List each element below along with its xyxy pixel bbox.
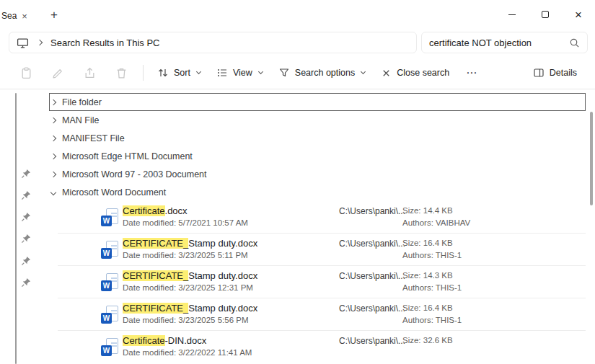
minimize-button[interactable] xyxy=(495,0,529,29)
search-icon[interactable] xyxy=(569,37,580,48)
chevron-right-icon xyxy=(50,171,56,177)
search-options-label: Search options xyxy=(295,68,355,78)
pin-icon xyxy=(21,190,32,200)
file-name: CERTIFICATE_Stamp duty.docx xyxy=(123,270,257,281)
breadcrumb-chevron-icon[interactable] xyxy=(37,40,43,45)
chevron-right-icon xyxy=(50,117,56,123)
file-date-modified: Date modified: 3/22/2022 11:41 AM xyxy=(123,348,252,357)
group-header-file-folder[interactable]: File folder xyxy=(49,93,586,111)
close-button[interactable]: × xyxy=(562,0,595,29)
file-size: Size: 14.3 KB xyxy=(402,271,453,280)
rename-button[interactable] xyxy=(42,61,74,84)
file-row[interactable]: W CERTIFICATE_Stamp duty.docx Date modif… xyxy=(43,234,586,266)
toolbar-separator xyxy=(143,65,144,81)
file-size: Size: 14.4 KB xyxy=(402,206,453,215)
chevron-right-icon xyxy=(50,99,56,105)
group-label: Microsoft Edge HTML Document xyxy=(62,151,193,161)
breadcrumb[interactable]: Search Results in This PC xyxy=(50,37,160,48)
file-row[interactable]: W Certificate-DIN.docx Date modified: 3/… xyxy=(43,331,586,363)
view-icon xyxy=(216,67,228,79)
sidebar-pinned-item[interactable] xyxy=(21,255,32,266)
details-pane-icon xyxy=(533,67,545,79)
chevron-right-icon xyxy=(50,135,56,141)
search-options-button[interactable]: Search options xyxy=(270,61,373,84)
file-row[interactable]: W CERTIFICATE_Stamp duty.docx Date modif… xyxy=(43,266,586,298)
details-pane-button[interactable]: Details xyxy=(525,61,585,84)
file-row[interactable]: W CERTIFICATE_Stamp duty.docx Date modif… xyxy=(43,298,586,331)
content-area: File folder MAN File MANIFEST File Micro… xyxy=(0,90,595,364)
group-header-man-file[interactable]: MAN File xyxy=(49,111,586,129)
word-file-icon: W xyxy=(101,208,118,227)
group-header-word-document[interactable]: Microsoft Word Document xyxy=(49,183,586,201)
window-controls: × xyxy=(495,0,595,29)
file-authors: Authors: VAIBHAV xyxy=(402,218,470,227)
tab-close-icon[interactable]: × xyxy=(22,12,27,21)
explorer-tab[interactable]: Sea × xyxy=(0,5,33,27)
group-label: Microsoft Word 97 - 2003 Document xyxy=(62,169,207,179)
group-header-word-97-2003-document[interactable]: Microsoft Word 97 - 2003 Document xyxy=(49,165,586,183)
highlighted-match: CERTIFICATE_ xyxy=(123,303,188,314)
file-date-modified: Date modified: 3/23/2025 12:31 PM xyxy=(123,283,253,292)
minimize-icon xyxy=(508,14,516,15)
group-label: MAN File xyxy=(62,115,99,125)
search-results-list: File folder MAN File MANIFEST File Micro… xyxy=(43,90,586,364)
file-size: Size: 16.4 KB xyxy=(402,239,453,247)
pin-icon xyxy=(21,211,32,222)
pin-icon xyxy=(21,255,32,266)
sidebar-pinned-item[interactable] xyxy=(21,168,32,179)
maximize-icon xyxy=(542,11,549,18)
file-row[interactable]: W Certificate.docx Date modified: 5/7/20… xyxy=(43,201,586,234)
close-search-button[interactable]: Close search xyxy=(373,61,457,84)
group-label: Microsoft Word Document xyxy=(62,187,166,197)
file-authors: Authors: THIS-1 xyxy=(402,316,462,324)
sidebar-pinned-item[interactable] xyxy=(21,277,32,288)
sidebar-pinned-item[interactable] xyxy=(21,211,32,222)
address-box[interactable]: Search Results in This PC xyxy=(9,32,417,53)
file-size: Size: 32.6 KB xyxy=(402,336,453,345)
sort-button[interactable]: Sort xyxy=(149,61,208,84)
search-box[interactable] xyxy=(421,32,588,53)
group-header-manifest-file[interactable]: MANIFEST File xyxy=(49,129,586,147)
titlebar: Sea × + × xyxy=(0,0,595,29)
file-name: Certificate.docx xyxy=(123,205,188,216)
more-options-button[interactable]: ⋯ xyxy=(457,61,486,84)
details-label: Details xyxy=(550,68,577,78)
file-path: C:\Users\panki\... xyxy=(339,239,405,249)
this-pc-icon xyxy=(17,37,29,49)
group-label: File folder xyxy=(62,97,102,107)
chevron-down-icon xyxy=(361,69,366,74)
paste-icon xyxy=(20,67,32,79)
file-name: CERTIFICATE_Stamp duty.docx xyxy=(123,303,257,314)
vertical-scrollbar-thumb[interactable] xyxy=(590,112,593,205)
navigation-scrollbar[interactable] xyxy=(15,93,17,364)
file-size: Size: 16.4 KB xyxy=(402,303,453,312)
close-search-icon xyxy=(381,68,392,79)
word-file-icon: W xyxy=(101,273,118,292)
close-search-label: Close search xyxy=(397,68,449,78)
file-name: Certificate-DIN.docx xyxy=(123,335,206,346)
command-toolbar: Sort View Search options Close search ⋯ xyxy=(0,57,595,89)
sort-label: Sort xyxy=(174,68,190,78)
paste-button[interactable] xyxy=(10,61,42,84)
pin-icon xyxy=(21,233,32,244)
delete-button[interactable] xyxy=(105,61,137,84)
chevron-down-icon xyxy=(50,189,56,195)
highlighted-match: Certificate xyxy=(123,205,165,216)
file-date-modified: Date modified: 5/7/2021 10:57 AM xyxy=(123,218,248,227)
file-path: C:\Users\panki\... xyxy=(339,206,405,216)
highlighted-match: CERTIFICATE_ xyxy=(123,270,188,281)
group-label: MANIFEST File xyxy=(62,133,125,143)
navigation-pane xyxy=(0,90,38,364)
chevron-down-icon xyxy=(196,69,201,74)
group-header-edge-html-document[interactable]: Microsoft Edge HTML Document xyxy=(49,147,586,165)
word-file-icon: W xyxy=(101,338,118,357)
search-input[interactable] xyxy=(429,37,563,48)
share-button[interactable] xyxy=(74,61,105,84)
new-tab-button[interactable]: + xyxy=(45,6,63,25)
file-path: C:\Users\panki\... xyxy=(339,271,405,281)
view-button[interactable]: View xyxy=(208,61,270,84)
sidebar-pinned-item[interactable] xyxy=(21,190,32,200)
sidebar-pinned-item[interactable] xyxy=(21,233,32,244)
address-bar: Search Results in This PC xyxy=(0,30,595,55)
maximize-button[interactable] xyxy=(529,0,562,29)
